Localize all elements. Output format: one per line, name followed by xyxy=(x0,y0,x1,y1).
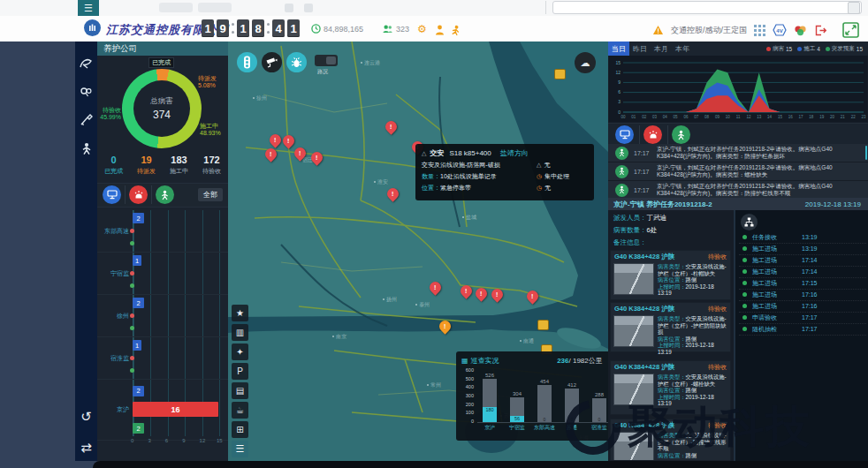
disease-bug-button[interactable] xyxy=(286,52,307,72)
monitor-filter-button[interactable] xyxy=(615,125,634,144)
company-row[interactable]: 宿淮监1 xyxy=(97,337,228,380)
online-value: 323 xyxy=(396,25,409,34)
event-text: 京沪-宁镇，刘斌正在对养护任务20191218-2申请验收。病害地点G40 K3… xyxy=(657,183,858,197)
event-row[interactable]: 17:17 京沪-宁镇，刘斌正在对养护任务20191218-2申请验收。病害地点… xyxy=(608,162,868,181)
disease-photo[interactable] xyxy=(613,374,654,405)
undo-icon[interactable]: ↺ xyxy=(75,408,97,426)
cctv-camera-button[interactable] xyxy=(262,52,282,72)
event-tooltip: △ 交安 S18 k85+400 盐靖方向 交安及沿线设施-防落网-破损 △无 … xyxy=(415,144,594,200)
disease-card[interactable]: G40 K384+428 沪陕待验收 病害类型：交安及沿线设施-护栏（立杆）-防… xyxy=(610,419,731,461)
timeline-item[interactable]: 施工进场13:19 xyxy=(739,243,866,255)
timeline-item[interactable]: 申请验收17:17 xyxy=(739,312,866,324)
browser-field[interactable] xyxy=(552,1,862,14)
4v-badge-icon[interactable]: 4V xyxy=(773,24,787,36)
event-text: 京沪-宁镇，刘斌正在对养护任务20191218-2申请验收。病害地点G40 K3… xyxy=(657,164,858,178)
company-row[interactable]: 东部高速2 xyxy=(97,210,228,253)
patrol-bar[interactable]: 526180 xyxy=(477,373,502,422)
map-marker-yellow[interactable] xyxy=(554,69,566,79)
warning-icon: △ xyxy=(537,162,541,169)
traffic-layer-toggle[interactable] xyxy=(315,55,338,66)
disease-card[interactable]: G40 K384+428 沪陕待验收 病害类型：交安及沿线设施-护栏（立杆）-护… xyxy=(610,302,731,352)
tab-yesterday[interactable]: 昨日 xyxy=(629,42,651,56)
hourly-area-chart[interactable]: 0369121500010203040506070809101112131415… xyxy=(609,56,867,122)
task-header[interactable]: 京沪-宁镇 养护任务20191218-2 2019-12-18 13:19 xyxy=(608,198,868,210)
timeline-item[interactable]: 施工进场17:14 xyxy=(739,266,866,278)
parking-tool-icon[interactable]: P xyxy=(232,363,248,380)
donut-label-pending: 待派发 5.08% xyxy=(198,75,217,89)
monitor-filter-button[interactable] xyxy=(103,185,121,204)
svg-text:19: 19 xyxy=(819,115,825,119)
event-row[interactable]: 17:17 京沪-宁镇，刘斌正在对养护任务20191218-2申请验收。病害地点… xyxy=(608,144,868,162)
company-row[interactable]: 徐州2 xyxy=(97,295,228,337)
clean-tool-icon[interactable]: ✦ xyxy=(232,343,248,360)
traffic-light-button[interactable] xyxy=(237,52,257,72)
browser-corner-icon[interactable] xyxy=(848,2,860,14)
report-tool-icon[interactable]: ▤ xyxy=(232,382,248,399)
patrol-bar[interactable]: 30456 xyxy=(505,391,529,422)
tooltip-header: △ 交安 S18 k85+400 盐靖方向 xyxy=(422,148,588,158)
swap-icon[interactable]: ⇄ xyxy=(75,439,97,457)
scrollbar[interactable] xyxy=(865,146,867,160)
timeline-item[interactable]: 施工进场17:15 xyxy=(739,277,866,290)
disease-photo[interactable] xyxy=(613,315,654,347)
tab-today[interactable]: 当日 xyxy=(608,42,629,56)
disease-card[interactable]: G40 K384+428 沪陕待验收 病害类型：交安及沿线设施-护栏（立杆）-柱… xyxy=(610,250,731,300)
timeline-item[interactable]: 施工进场17:16 xyxy=(739,300,866,313)
clock-colon xyxy=(267,23,270,34)
alarm-filter-button[interactable] xyxy=(129,185,148,204)
map-marker-yellow[interactable] xyxy=(537,320,549,330)
map-reset-button[interactable]: ☁ xyxy=(575,52,596,73)
patrol-bar[interactable]: 2880 xyxy=(587,392,608,422)
apps-grid-icon[interactable] xyxy=(754,25,765,36)
tab-month[interactable]: 本月 xyxy=(651,42,672,56)
browser-chip xyxy=(198,3,232,12)
menu-icon[interactable]: ☰ xyxy=(78,0,99,16)
tab-year[interactable]: 本年 xyxy=(672,42,693,56)
fullscreen-icon[interactable] xyxy=(842,22,859,38)
disease-photo[interactable] xyxy=(613,263,654,295)
event-list: 17:17 京沪-宁镇，刘斌正在对养护任务20191218-2申请验收。病害地点… xyxy=(608,144,868,198)
map-menu-button[interactable]: ☰ xyxy=(232,441,248,457)
chart-rows: 东部高速2宁宿监1徐州2宿淮监1京沪2162 xyxy=(97,210,228,441)
worker-filter-button[interactable] xyxy=(156,185,174,204)
gear-icon[interactable]: ⚙ xyxy=(417,23,427,35)
nav-worker-icon[interactable] xyxy=(75,137,97,160)
clock-digit: 1 xyxy=(287,19,300,37)
user-name[interactable]: 交通控股/感动/王定国 xyxy=(671,25,747,36)
all-filter-button[interactable]: 全部 xyxy=(198,188,223,201)
patrol-bar[interactable]: 4540 xyxy=(532,379,557,422)
svg-text:12: 12 xyxy=(615,70,621,75)
divider xyxy=(125,185,126,204)
city-label: 盐城 xyxy=(462,214,476,222)
disease-card[interactable]: G40 K384+428 沪陕待验收 病害类型：交安及沿线设施-护栏（立杆）-螺… xyxy=(610,360,731,415)
disease-photo[interactable] xyxy=(613,432,654,461)
patrol-bar[interactable]: 4120 xyxy=(560,382,584,422)
favorite-tool-icon[interactable]: ★ xyxy=(232,305,248,321)
service-tool-icon[interactable]: ☕ xyxy=(232,402,248,419)
layers-tool-icon[interactable]: ⊞ xyxy=(232,421,248,438)
patrol-category: 宁宿监 xyxy=(505,424,529,432)
logout-icon[interactable] xyxy=(814,25,826,36)
patrol-y-axis: 6005004003002001000 xyxy=(458,367,474,424)
worker-filter-button[interactable] xyxy=(672,125,690,144)
timeline-item[interactable]: 任务接收13:19 xyxy=(739,231,866,244)
event-row[interactable]: 17:17 京沪-宁镇，刘斌正在对养护任务20191218-2申请验收。病害地点… xyxy=(608,181,868,200)
alarm-filter-button[interactable] xyxy=(643,125,662,144)
browser-icon xyxy=(304,4,313,12)
task-info: 派发人员：丁武迪 病害数量：6处 备注信息： xyxy=(608,210,732,250)
timeline-item[interactable]: 随机抽检17:17 xyxy=(739,323,866,336)
nav-search-icon[interactable] xyxy=(75,80,97,103)
tooltip-right-value: 无 xyxy=(544,161,550,170)
worker-icon[interactable] xyxy=(449,22,462,40)
person-icon[interactable] xyxy=(435,23,445,39)
chart-tool-icon[interactable]: ▥ xyxy=(232,324,248,341)
timeline-item[interactable]: 施工进场17:14 xyxy=(739,254,866,267)
nav-maintenance-icon[interactable] xyxy=(75,109,97,132)
workflow-tree-icon[interactable] xyxy=(741,214,758,230)
period-tabs: 当日 昨日 本月 本年 病害15 施工4 突发预案15 xyxy=(608,42,868,56)
timeline-item[interactable]: 施工进场17:16 xyxy=(739,289,866,301)
company-row[interactable]: 京沪2162 xyxy=(97,380,228,441)
company-row[interactable]: 宁宿监1 xyxy=(97,253,228,295)
nav-route-icon[interactable] xyxy=(75,52,97,75)
palette-icon[interactable] xyxy=(794,25,807,36)
